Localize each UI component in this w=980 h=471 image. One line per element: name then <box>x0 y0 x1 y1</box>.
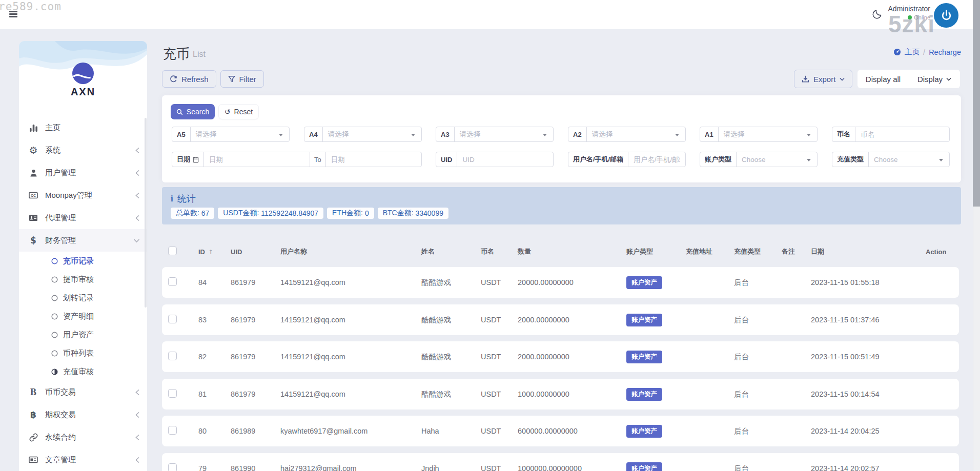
chevron-down-icon <box>133 238 140 243</box>
date-to-label: To <box>310 152 326 167</box>
col-date: 日期 <box>811 247 926 256</box>
page-scrollbar-thumb[interactable] <box>973 0 980 207</box>
circle-icon <box>51 276 58 283</box>
page-title: 充币 <box>163 45 190 63</box>
a2-select[interactable]: 请选择 <box>587 127 685 141</box>
calendar-icon <box>193 156 199 163</box>
circle-icon <box>51 313 58 320</box>
user-avatar[interactable] <box>934 3 958 28</box>
chevron-left-icon <box>135 434 140 441</box>
sidebar-item-articles[interactable]: 文章管理 <box>19 448 147 471</box>
breadcrumb-home[interactable]: 主页 <box>905 47 920 57</box>
sidebar-item-finance[interactable]: $ 财务管理 <box>19 229 147 252</box>
account-type-select[interactable]: Choose <box>737 152 817 167</box>
a3-select[interactable]: 请选择 <box>455 127 553 141</box>
sidebar-subitem-transfer-records[interactable]: 划转记录 <box>19 289 147 307</box>
stat-btc-amount: BTC金额: 3340099 <box>378 208 448 219</box>
a1-select[interactable]: 请选择 <box>719 127 817 141</box>
funnel-icon <box>228 75 235 83</box>
sort-asc-icon: ↑ <box>208 249 213 256</box>
a5-select[interactable]: 请选择 <box>191 127 289 141</box>
reset-button[interactable]: ↺ Reset <box>218 104 259 119</box>
search-icon <box>176 109 183 115</box>
row-checkbox[interactable] <box>168 463 177 471</box>
select-arrow-icon <box>939 159 943 161</box>
id-card-icon <box>28 214 38 222</box>
sidebar-item-options-trade[interactable]: ฿ 期权交易 <box>19 403 147 426</box>
dark-mode-moon-icon[interactable] <box>871 9 883 20</box>
account-type-badge: 账户资产 <box>626 314 662 326</box>
statistics-title: i统计 <box>171 193 196 205</box>
chevron-left-icon <box>135 412 140 418</box>
breadcrumb-current[interactable]: Recharge <box>929 48 961 56</box>
display-all-button[interactable]: Display all <box>858 70 909 88</box>
col-uid: UID <box>231 248 280 256</box>
axn-logo <box>72 63 94 84</box>
col-id[interactable]: ID↑ <box>198 248 231 256</box>
circle-icon <box>51 295 58 301</box>
sidebar-subitem-asset-details[interactable]: 资产明细 <box>19 307 147 325</box>
sidebar-item-system[interactable]: ⚙ 系统 <box>19 139 147 161</box>
row-checkbox[interactable] <box>168 315 177 323</box>
row-checkbox[interactable] <box>168 389 177 398</box>
a4-select[interactable]: 请选择 <box>323 127 421 141</box>
cc-icon: CC <box>28 191 38 199</box>
filter-recharge-type: 充值类型 Choose <box>832 152 950 167</box>
user-input[interactable] <box>634 156 680 163</box>
sidebar-item-perpetual[interactable]: 永续合约 <box>19 426 147 448</box>
sidebar-item-users[interactable]: 用户管理 <box>19 161 147 184</box>
chevron-left-icon <box>135 215 140 221</box>
col-action: Action <box>926 248 959 256</box>
select-arrow-icon <box>543 134 547 136</box>
search-button[interactable]: Search <box>171 104 215 119</box>
circle-icon <box>51 332 58 338</box>
sidebar-item-spot-trade[interactable]: B 币币交易 <box>19 381 147 403</box>
filter-account-type: 账户类型 Choose <box>700 152 818 167</box>
refresh-button[interactable]: Refresh <box>162 70 216 88</box>
export-button[interactable]: Export <box>794 70 852 88</box>
col-amount: 数量 <box>518 247 626 256</box>
col-address: 充值地址 <box>686 247 734 256</box>
newspaper-icon <box>28 456 38 464</box>
filter-a4: A4 请选择 <box>304 127 422 142</box>
date-to-input[interactable] <box>331 156 416 163</box>
letter-b-icon: B <box>28 387 38 398</box>
watermark-right: 5zki <box>888 10 935 38</box>
row-checkbox[interactable] <box>168 352 177 360</box>
sidebar-subitem-user-assets[interactable]: 用户资产 <box>19 325 147 344</box>
circle-icon <box>51 350 58 357</box>
table-row: 80 861989 kyawhtet6917@gmail.com Haha US… <box>162 416 959 446</box>
sidebar-scrollbar[interactable] <box>145 118 147 308</box>
col-coin: 币名 <box>481 247 518 256</box>
filter-button[interactable]: Filter <box>220 70 264 88</box>
row-checkbox[interactable] <box>168 426 177 435</box>
filter-coin: 币名 <box>832 127 950 142</box>
sidebar-subitem-deposit-records[interactable]: 充币记录 <box>19 252 147 270</box>
recharge-type-select[interactable]: Choose <box>869 152 949 167</box>
row-checkbox[interactable] <box>168 277 177 286</box>
filter-a2: A2 请选择 <box>568 127 686 142</box>
display-button[interactable]: Display <box>909 70 960 88</box>
uid-input[interactable] <box>462 156 548 163</box>
col-account-type: 账户类型 <box>626 247 686 256</box>
sidebar: AXN 主页 ⚙ 系统 用户管理 CC Moonpay管理 代理管理 $ 财 <box>19 41 147 471</box>
chevron-down-icon <box>840 77 845 81</box>
col-remark: 备注 <box>782 247 811 256</box>
sidebar-item-moonpay[interactable]: CC Moonpay管理 <box>19 184 147 207</box>
refresh-icon <box>170 75 177 83</box>
coin-input[interactable] <box>861 131 944 138</box>
filter-a1: A1 请选择 <box>700 127 818 142</box>
account-type-badge: 账户资产 <box>626 276 662 289</box>
sidebar-subitem-recharge-review[interactable]: 充值审核 <box>19 362 147 381</box>
power-icon <box>940 9 953 23</box>
table-row: 82 861979 14159121@qq.com 酷酷游戏 USDT 2000… <box>162 341 959 372</box>
sidebar-item-home[interactable]: 主页 <box>19 116 147 139</box>
sidebar-item-agents[interactable]: 代理管理 <box>19 207 147 229</box>
sidebar-subitem-coin-list[interactable]: 币种列表 <box>19 344 147 362</box>
stat-usdt-amount: USDT金额: 112592248.84907 <box>218 208 323 219</box>
sidebar-subitem-withdraw-review[interactable]: 提币审核 <box>19 270 147 289</box>
gear-icon: ⚙ <box>28 145 38 156</box>
date-from-input[interactable] <box>209 156 304 163</box>
breadcrumb-separator: / <box>923 48 925 56</box>
select-all-checkbox[interactable] <box>168 247 177 255</box>
